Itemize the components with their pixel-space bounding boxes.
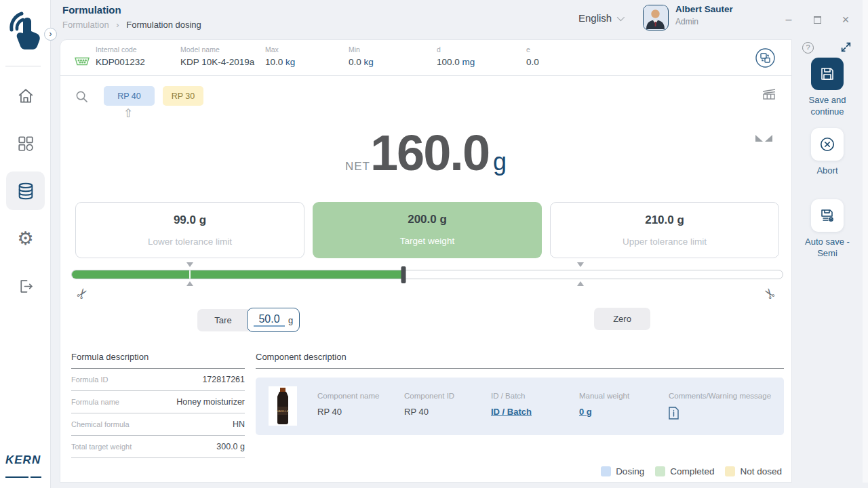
- comments-field: Comments/Warning message: [669, 392, 771, 422]
- database-icon: [16, 182, 35, 201]
- comment-note-icon[interactable]: [669, 410, 679, 422]
- field-d: d 100.0 mg: [437, 45, 475, 67]
- language-label: English: [578, 12, 612, 24]
- scissors-right-icon: ✂: [760, 284, 779, 302]
- component-description-panel: Component description VANILLA Component …: [256, 352, 784, 435]
- switch-scale-icon[interactable]: [754, 47, 776, 69]
- sidebar-item-database[interactable]: [0, 171, 51, 211]
- component-image: VANILLA: [269, 386, 297, 426]
- zero-button[interactable]: Zero: [594, 308, 650, 330]
- tab-rp40[interactable]: RP 40: [104, 86, 155, 106]
- sidebar-item-logout[interactable]: [0, 266, 51, 306]
- sidebar-item-apps[interactable]: [0, 124, 51, 163]
- lower-tolerance-card: 99.0 g Lower tolerance limit: [75, 202, 304, 258]
- upper-tolerance-card: 210.0 g Upper tolerance limit: [550, 202, 779, 258]
- tab-rp30[interactable]: RP 30: [163, 86, 203, 106]
- progress-fill-green: [72, 270, 403, 279]
- target-weight-card: 200.0 g Target weight: [313, 202, 542, 258]
- breadcrumb: Formulation › Formulation dosing: [62, 20, 201, 30]
- breadcrumb-parent[interactable]: Formulation: [62, 20, 109, 30]
- abort-label: Abort: [792, 165, 863, 177]
- bottom-strip: [51, 483, 868, 488]
- legend-swatch: [655, 466, 665, 476]
- id-batch-link[interactable]: ID / Batch: [491, 407, 532, 417]
- legend-swatch: [725, 466, 735, 476]
- legend-dosing: Dosing: [601, 466, 644, 476]
- auto-save-button[interactable]: [811, 199, 844, 232]
- left-sidebar: ⚙ KERN: [0, 0, 51, 488]
- kern-underline: [5, 468, 43, 481]
- divider: [5, 66, 41, 66]
- sidebar-item-settings[interactable]: ⚙: [0, 219, 51, 258]
- abort-button[interactable]: [811, 128, 844, 161]
- settings-gear-icon: ⚙: [17, 230, 33, 248]
- formula-row-name: Formula nameHoney moisturizer: [71, 391, 245, 413]
- id-batch-field: ID / Batch ID / Batch: [491, 392, 532, 417]
- home-icon: [17, 87, 35, 105]
- auto-save-label: Auto save - Semi: [792, 237, 863, 260]
- abort-circle-x-icon: [818, 136, 836, 153]
- save-label: Save and continue: [792, 95, 863, 118]
- breadcrumb-separator-icon: ›: [116, 20, 119, 30]
- language-selector[interactable]: English: [578, 12, 623, 24]
- window-close-button[interactable]: ×: [837, 11, 854, 28]
- field-model-name: Model name KDP 10K-4-2019a: [180, 45, 254, 67]
- device-connection-icon: [74, 56, 90, 68]
- tare-unit: g: [288, 315, 293, 325]
- kern-touch-logo-icon: [7, 8, 45, 56]
- autosave-action: Auto save - Semi: [792, 199, 863, 260]
- auto-save-icon: [819, 207, 835, 224]
- net-unit: g: [493, 148, 507, 176]
- weight-display: NET 160.0 g: [60, 128, 791, 178]
- field-internal-code: Internal code KDP001232: [96, 45, 145, 67]
- user-role: Admin: [675, 17, 698, 26]
- tare-input[interactable]: [254, 313, 285, 327]
- breadcrumb-current: Formulation dosing: [126, 20, 201, 30]
- component-id-field: Component ID RP 40: [404, 392, 454, 417]
- dosing-progress-bar: [71, 270, 783, 279]
- logout-icon: [17, 278, 34, 295]
- abort-action: Abort: [792, 128, 863, 177]
- save-floppy-icon: [819, 66, 835, 82]
- legend-completed: Completed: [655, 466, 714, 476]
- component-row: VANILLA Component name RP 40 Component I…: [256, 378, 784, 435]
- sidebar-item-home[interactable]: [0, 77, 51, 116]
- tare-group: Tare g: [197, 308, 300, 332]
- field-max: Max 10.0 kg: [265, 45, 295, 67]
- progress-handle[interactable]: [401, 266, 406, 283]
- tare-value-box: g: [247, 308, 300, 332]
- formula-panel-title: Formula description: [71, 352, 245, 369]
- component-panel-title: Component description: [256, 352, 784, 369]
- page-title: Formulation: [62, 4, 121, 16]
- formula-row-chemical: Chemical formulaHN: [71, 413, 245, 436]
- help-icon[interactable]: ?: [802, 42, 814, 54]
- device-info-bar: Internal code KDP001232 Model name KDP 1…: [60, 40, 791, 76]
- window-minimize-button[interactable]: –: [780, 11, 797, 28]
- weighing-platform-icon[interactable]: [762, 87, 776, 104]
- manual-weight-field: Manual weight 0 g: [579, 392, 629, 417]
- avatar[interactable]: [643, 5, 669, 30]
- sidebar-expand-button[interactable]: ›: [44, 28, 57, 41]
- formula-row-total-weight: Total target weight300.0 g: [71, 436, 245, 458]
- formula-row-id: Formula ID172817261: [71, 369, 245, 391]
- tare-button[interactable]: Tare: [197, 309, 249, 331]
- user-name: Albert Sauter: [675, 4, 733, 14]
- window-edge: [863, 0, 868, 488]
- status-legend: Dosing Completed Not dosed: [601, 466, 782, 476]
- fullscreen-icon[interactable]: [840, 41, 852, 56]
- maximize-icon: [814, 16, 821, 24]
- formula-description-panel: Formula description Formula ID172817261 …: [71, 352, 245, 458]
- save-and-continue-button[interactable]: [811, 58, 844, 90]
- top-header: Formulation Formulation › Formulation do…: [51, 0, 868, 39]
- window-maximize-button[interactable]: [808, 11, 826, 28]
- legend-not-dosed: Not dosed: [725, 466, 782, 476]
- active-tab-pointer-icon: ⇧: [123, 106, 133, 121]
- search-icon[interactable]: [75, 90, 88, 106]
- field-e: e 0.0: [526, 45, 539, 67]
- net-prefix: NET: [345, 160, 370, 174]
- manual-weight-link[interactable]: 0 g: [579, 407, 629, 417]
- scissors-left-icon: ✂: [73, 284, 92, 302]
- action-panel: ? Save and continue Abort Auto s: [792, 39, 863, 488]
- legend-swatch: [601, 466, 611, 476]
- kern-wordmark: KERN: [5, 453, 43, 481]
